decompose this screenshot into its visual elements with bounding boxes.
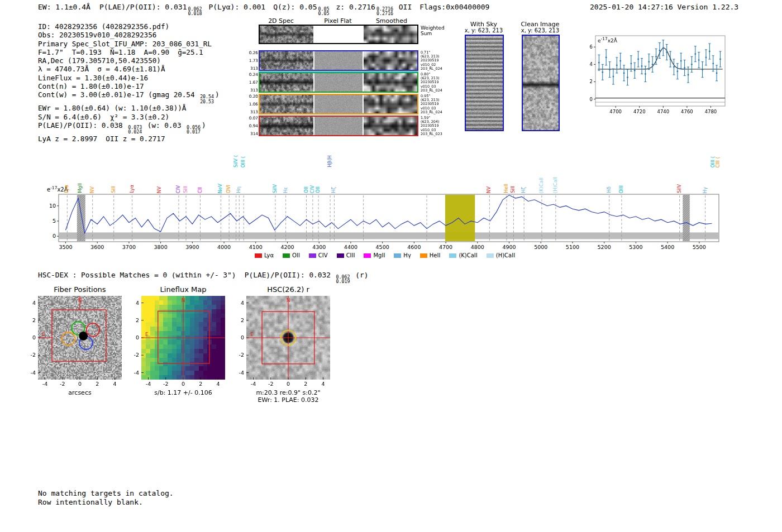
legend-item: OII [283, 252, 300, 258]
panel-y-tick-label: -4 [129, 370, 139, 376]
emission-line-label: CIV [310, 185, 315, 193]
zoom-unit-label: e-17x2Å [598, 36, 617, 44]
line-fit-plot: 470047204740476047800246 e-17x2Å [579, 28, 728, 122]
legend-color-box [394, 253, 401, 258]
annotation-line: Weighted [421, 25, 460, 31]
fiber-circle [63, 346, 76, 359]
panel-y-tick-label: -2 [129, 352, 139, 358]
legend-item: CIII [337, 252, 355, 258]
compass-east-label: E [42, 332, 45, 337]
x-tick-label: 4600 [407, 244, 421, 250]
y-tick-label: 2 [590, 79, 593, 84]
cutout-row: 0.070.943141.59"(623, 204)20230519v010_0… [247, 116, 471, 136]
compass-north-label: N [287, 298, 290, 303]
spec2d-noise-canvas [260, 116, 313, 136]
data-point [623, 72, 625, 74]
legend-item: CIV [309, 252, 328, 258]
fiber-overlay-svg: NE [38, 296, 122, 380]
fiber-circle [101, 330, 114, 343]
data-point [637, 59, 639, 60]
x-tick-label: 5200 [598, 244, 611, 250]
with-sky-noise-canvas [466, 36, 503, 130]
fiber-positions-title: Fiber Positions [38, 285, 122, 294]
pixel-flat-cell [314, 72, 363, 93]
emission-line-label: MgII [78, 183, 83, 193]
data-point [719, 59, 721, 60]
with-sky-coords: x, y: 623, 213 [456, 27, 512, 33]
panel-y-tick-label: 2 [234, 317, 244, 323]
annotation-line: 203_RL_024 [421, 89, 460, 93]
hsc-image-panel: NE [246, 296, 330, 380]
emission-line-label: SiII [511, 186, 516, 193]
info-line: EWr = 1.80(±0.64) (w: 1.10(±0.38))Å [38, 104, 220, 112]
panel-y-tick-label: 4 [26, 300, 36, 306]
pixel-flat-noise-canvas [314, 72, 363, 93]
legend-label: HeII [430, 252, 441, 258]
full-spectrum-chart-svg: 3500360037003800390040004100420043004400… [44, 193, 726, 252]
x-tick-label: 3900 [185, 244, 199, 250]
data-point [705, 56, 707, 58]
panel-x-tick-label: 4 [109, 381, 121, 387]
spec2d-cell [260, 25, 313, 44]
legend-color-box [255, 253, 262, 258]
img-overlay-svg: NE [246, 296, 330, 380]
legend-item: Lyα [255, 252, 274, 258]
x-tick-label: 3500 [59, 244, 72, 250]
clean-image-noise-canvas [523, 36, 559, 130]
cutout-row: WeightedSum [247, 25, 471, 44]
fiber-circle [68, 307, 81, 320]
data-point [598, 62, 600, 64]
data-point [670, 59, 671, 60]
data-point [655, 56, 657, 57]
smoothed-cell [364, 94, 417, 114]
spec2d-cutout-table: WeightedSum0.261.733130.71"(623, 213)202… [247, 25, 471, 139]
data-point [616, 64, 618, 66]
panel-x-tick-label: 0 [178, 381, 189, 387]
scale-value: 313 [247, 66, 258, 71]
data-point [645, 73, 646, 75]
cutout-row-annotation: 0.95"(623, 213)20230519v010_03203_RL_024 [421, 94, 460, 114]
with-sky-image [465, 35, 504, 131]
panel-x-tick-label: -4 [143, 381, 154, 387]
scale-value: 313 [247, 88, 258, 93]
emission-line-label: Hδ [607, 186, 612, 193]
y-tick-label: 5 [53, 218, 56, 224]
data-point [652, 64, 654, 65]
cutout-row-accent-line [259, 71, 418, 73]
data-point [648, 61, 650, 63]
spec2d-cell [260, 50, 313, 71]
emission-line-label: (H)CaII [553, 177, 558, 193]
info-line: S/N = 6.4(±0.6) χ² = 3.3(±0.2) [38, 113, 220, 121]
legend-item: (K)CaII [449, 252, 477, 258]
smoothed-cell [364, 72, 417, 93]
noise-floor-band [59, 232, 718, 239]
data-point [691, 64, 693, 65]
fiber-circle [84, 306, 97, 319]
emission-line-label: SiIV [677, 184, 682, 193]
scale-value: 0.26 [247, 50, 258, 55]
annotation-line: 203_RL_024 [421, 67, 460, 71]
emission-line-legend: LyαOIICIVCIIIMgIIHγHeII(K)CaII(H)CaII [44, 252, 726, 258]
x-tick-label: 5100 [566, 244, 579, 250]
panel-x-tick-label: 2 [300, 381, 311, 387]
x-tick-label: 4700 [439, 244, 452, 250]
emission-line-label: OIII [619, 185, 624, 193]
data-point [662, 47, 664, 49]
panel-x-tick-label: 4 [318, 381, 329, 387]
legend-label: Lyα [264, 252, 274, 258]
emission-line-label: Hγ [703, 187, 708, 193]
legend-color-box [337, 253, 344, 258]
panel-y-tick-label: -2 [234, 352, 244, 358]
panel-x-tick-label: -2 [57, 381, 68, 387]
hsc-cutout-title: HSC(26.2) r [246, 285, 330, 294]
emission-line-label: Hε [283, 187, 288, 193]
smoothed-cell [364, 116, 417, 136]
panel-y-tick-label: 4 [234, 300, 244, 306]
emission-line-label: OII [304, 186, 309, 193]
data-point [709, 51, 711, 52]
pixel-flat-cell [314, 50, 363, 71]
spec2d-noise-canvas [260, 72, 313, 93]
emission-line-label: Hβ(H [327, 155, 332, 167]
info-line: Cont(w) = 3.00(±0.01)e-17 (gmag 20.54 20… [38, 90, 220, 104]
compass-north-label: N [182, 298, 185, 303]
